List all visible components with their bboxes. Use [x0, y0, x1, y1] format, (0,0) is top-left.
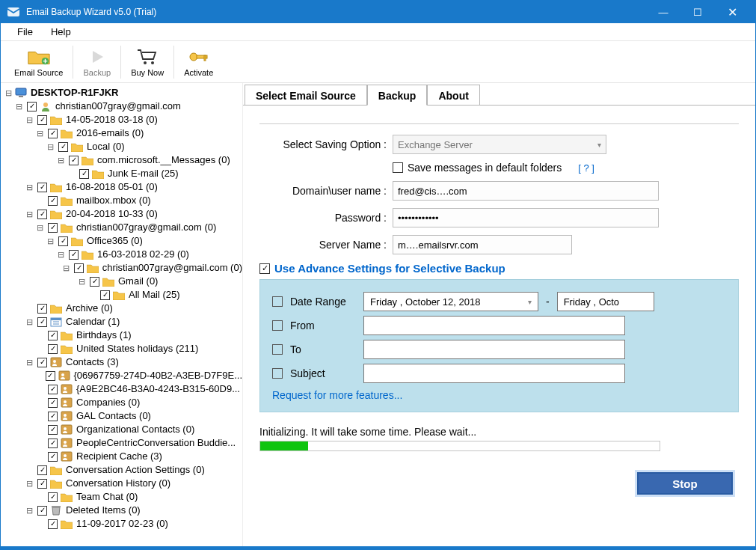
tree-item[interactable]: ⊟✓Contacts (3)	[4, 355, 242, 369]
tree-checkbox[interactable]: ✓	[37, 358, 47, 367]
tree-checkbox[interactable]: ✓	[48, 196, 58, 206]
tree-item[interactable]: ⊟✓Gmail (0)	[4, 275, 242, 288]
collapse-icon[interactable]: ⊟	[4, 88, 13, 97]
tree-checkbox[interactable]: ✓	[69, 156, 79, 165]
collapse-icon[interactable]: ⊟	[25, 183, 34, 192]
tree-item[interactable]: ✓Team Chat (0)	[4, 490, 242, 504]
tree-item[interactable]: ✓11-09-2017 02-23 (0)	[4, 517, 242, 531]
tree-item[interactable]: ✓Archive (0)	[4, 302, 242, 315]
tree-item[interactable]: ⊟✓2016-emails (0)	[4, 126, 242, 140]
tree-item[interactable]: ⊟✓com.microsoft.__Messages (0)	[4, 153, 242, 167]
collapse-icon[interactable]: ⊟	[14, 102, 23, 111]
tree-checkbox[interactable]: ✓	[37, 465, 47, 475]
maximize-button[interactable]: ☐	[680, 1, 715, 23]
tree-checkbox[interactable]: ✓	[48, 398, 58, 408]
menu-file[interactable]: File	[8, 26, 42, 37]
tree-item[interactable]: ✓{A9E2BC46-B3A0-4243-B315-60D9...	[4, 382, 242, 396]
activate-button[interactable]: Activate	[176, 46, 221, 79]
tree-item[interactable]: ✓{06967759-274D-40B2-A3EB-D7F9E...	[4, 369, 242, 382]
tree-item[interactable]: ✓All Mail (25)	[4, 288, 242, 302]
tree-item[interactable]: ✓mailbox.mbox (0)	[4, 194, 242, 207]
save-default-checkbox[interactable]	[393, 162, 403, 173]
tree-item[interactable]: ⊟✓Deleted Items (0)	[4, 504, 242, 517]
from-checkbox[interactable]	[272, 320, 283, 331]
tab-about[interactable]: About	[427, 85, 479, 106]
saving-option-dropdown[interactable]: Exchange Server ▾	[393, 135, 606, 154]
collapse-icon[interactable]: ⊟	[46, 142, 55, 151]
tree-checkbox[interactable]: ✓	[48, 492, 58, 502]
tree-checkbox[interactable]: ✓	[48, 425, 58, 435]
collapse-icon[interactable]: ⊟	[25, 210, 34, 219]
collapse-icon[interactable]: ⊟	[25, 358, 34, 367]
tree-checkbox[interactable]: ✓	[37, 115, 47, 125]
tree-checkbox[interactable]: ✓	[48, 439, 58, 448]
help-link[interactable]: [ ? ]	[578, 162, 594, 174]
tree-item[interactable]: ✓PeopleCentricConversation Buddie...	[4, 436, 242, 450]
tree-checkbox[interactable]: ✓	[48, 223, 58, 233]
tree-item[interactable]: ⊟✓christian007gray@gmail.com (0)	[4, 221, 242, 234]
tree-item[interactable]: ⊟✓20-04-2018 10-33 (0)	[4, 207, 242, 221]
advance-settings-checkbox[interactable]	[259, 263, 270, 274]
from-input[interactable]	[363, 316, 625, 335]
tree-item[interactable]: ✓Junk E-mail (25)	[4, 167, 242, 180]
tree-item[interactable]: ⊟✓Calendar (1)	[4, 315, 242, 329]
tree-checkbox[interactable]: ✓	[37, 479, 47, 489]
tree-item[interactable]: ⊟✓christian007gray@gmail.com (0)	[4, 261, 242, 275]
minimize-button[interactable]: —	[646, 1, 680, 23]
tree-item[interactable]: ✓GAL Contacts (0)	[4, 409, 242, 423]
tree-item[interactable]: ⊟✓Conversation History (0)	[4, 477, 242, 490]
tree-checkbox[interactable]: ✓	[37, 506, 47, 516]
folder-tree[interactable]: ⊟DESKTOP-R1FJKR⊟✓christian007gray@gmail.…	[1, 83, 243, 547]
collapse-icon[interactable]: ⊟	[25, 115, 34, 124]
tree-checkbox[interactable]: ✓	[90, 277, 99, 287]
email-source-button[interactable]: Email Source	[7, 46, 70, 79]
buy-now-button[interactable]: Buy Now	[123, 46, 171, 79]
tree-checkbox[interactable]: ✓	[37, 317, 47, 327]
date-from-input[interactable]: Friday , October 12, 2018▾	[363, 292, 538, 311]
collapse-icon[interactable]: ⊟	[25, 317, 34, 326]
subject-checkbox[interactable]	[272, 368, 283, 379]
tree-item[interactable]: ✓Birthdays (1)	[4, 329, 242, 342]
collapse-icon[interactable]: ⊟	[56, 156, 65, 165]
to-input[interactable]	[363, 340, 625, 359]
tree-checkbox[interactable]: ✓	[48, 412, 58, 421]
tree-checkbox[interactable]: ✓	[100, 290, 110, 300]
tree-item[interactable]: ⊟✓16-08-2018 05-01 (0)	[4, 180, 242, 194]
collapse-icon[interactable]: ⊟	[35, 223, 44, 232]
tree-checkbox[interactable]: ✓	[48, 385, 58, 394]
daterange-checkbox[interactable]	[272, 296, 283, 307]
tree-checkbox[interactable]: ✓	[58, 236, 68, 246]
tree-checkbox[interactable]: ✓	[37, 183, 47, 192]
tree-checkbox[interactable]: ✓	[48, 344, 58, 354]
collapse-icon[interactable]: ⊟	[25, 506, 34, 515]
collapse-icon[interactable]: ⊟	[35, 129, 44, 138]
backup-button[interactable]: Backup	[76, 46, 118, 79]
domain-input[interactable]	[393, 181, 659, 201]
tree-item[interactable]: ⊟✓Office365 (0)	[4, 234, 242, 248]
tree-checkbox[interactable]: ✓	[37, 210, 47, 219]
tree-item[interactable]: ✓United States holidays (211)	[4, 342, 242, 355]
tree-checkbox[interactable]: ✓	[27, 102, 37, 111]
tree-item[interactable]: ✓Organizational Contacts (0)	[4, 423, 242, 436]
tree-checkbox[interactable]: ✓	[74, 263, 83, 273]
collapse-icon[interactable]: ⊟	[56, 250, 65, 259]
stop-button[interactable]: Stop	[637, 472, 733, 495]
server-input[interactable]	[393, 235, 572, 254]
collapse-icon[interactable]: ⊟	[25, 479, 34, 488]
to-checkbox[interactable]	[272, 344, 283, 355]
tree-item[interactable]: ✓Conversation Action Settings (0)	[4, 463, 242, 477]
tree-checkbox[interactable]: ✓	[79, 169, 89, 179]
close-button[interactable]: ✕	[715, 1, 749, 23]
collapse-icon[interactable]: ⊟	[62, 263, 70, 272]
tree-item[interactable]: ⊟✓christian007gray@gmail.com	[4, 100, 242, 113]
date-to-input[interactable]: Friday , Octo	[557, 292, 654, 311]
tree-checkbox[interactable]: ✓	[48, 452, 58, 462]
tree-item[interactable]: ✓Recipient Cache (3)	[4, 450, 242, 463]
tab-backup[interactable]: Backup	[367, 85, 428, 106]
collapse-icon[interactable]: ⊟	[77, 277, 86, 286]
tree-checkbox[interactable]: ✓	[69, 250, 79, 260]
tree-item[interactable]: ⊟✓14-05-2018 03-18 (0)	[4, 113, 242, 126]
tree-checkbox[interactable]: ✓	[48, 331, 58, 340]
tree-item[interactable]: ⊟DESKTOP-R1FJKR	[4, 86, 242, 100]
collapse-icon[interactable]: ⊟	[46, 236, 55, 245]
